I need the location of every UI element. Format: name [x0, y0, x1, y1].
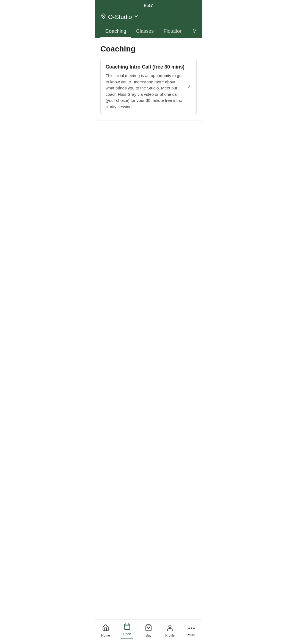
content-divider: [95, 121, 202, 121]
location-pin-icon: [100, 13, 106, 21]
status-bar: 6:47: [95, 0, 202, 10]
location-name: O-Studio: [108, 13, 132, 21]
chevron-down-icon: [134, 14, 139, 20]
service-title: Coaching Intro Call (free 30 mins): [106, 64, 191, 70]
location-row[interactable]: O-Studio: [100, 13, 197, 24]
main-content: Coaching Coaching Intro Call (free 30 mi…: [95, 38, 202, 127]
tab-massage[interactable]: Massage: [188, 24, 197, 38]
service-description: This initial meeting is an opportunity t…: [106, 73, 191, 110]
tab-flotation[interactable]: Flotation: [159, 24, 188, 38]
status-time: 6:47: [144, 3, 153, 8]
service-card-coaching-intro[interactable]: Coaching Intro Call (free 30 mins) This …: [100, 59, 197, 115]
chevron-right-icon: [186, 84, 192, 91]
page-title: Coaching: [100, 45, 197, 53]
tab-classes[interactable]: Classes: [131, 24, 159, 38]
header: O-Studio Coaching Classes Flotation Mass…: [95, 10, 202, 38]
svg-point-0: [103, 15, 104, 17]
tab-coaching[interactable]: Coaching: [100, 24, 131, 38]
tab-navigation: Coaching Classes Flotation Massage Io: [100, 24, 197, 38]
